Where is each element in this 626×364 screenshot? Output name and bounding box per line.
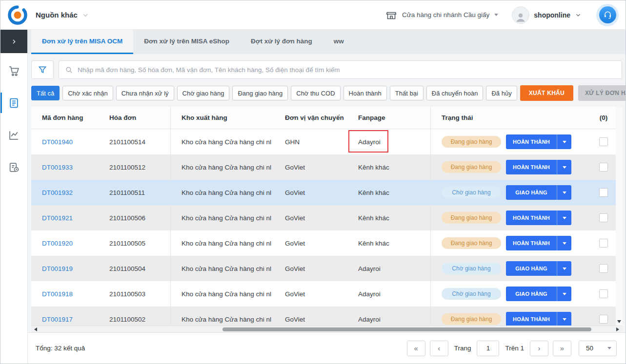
filter-chip[interactable]: Đã chuyển hoàn <box>426 86 484 100</box>
tab[interactable]: Đơn xử lý trên MISA eShop <box>133 30 240 54</box>
batch-process-label: XỬ LÝ ĐƠN HÀNG LOẠT <box>585 90 626 96</box>
row-checkbox[interactable] <box>599 137 608 146</box>
order-action-caret[interactable] <box>557 211 571 225</box>
batch-process-button[interactable]: XỬ LÝ ĐƠN HÀNG LOẠT <box>578 85 626 101</box>
order-code-link[interactable]: DT001917 <box>42 316 73 323</box>
order-code-link[interactable]: DT001920 <box>42 240 73 247</box>
row-checkbox[interactable] <box>599 163 608 172</box>
pagination: « ‹ Trang Trên 1 › » 50 <box>407 341 617 356</box>
chevron-down-icon <box>563 242 566 245</box>
order-action-caret[interactable] <box>557 185 571 200</box>
filter-chip[interactable]: Chưa nhận xử lý <box>116 86 174 100</box>
filter-chip-label: Chưa nhận xử lý <box>121 90 169 97</box>
app-logo[interactable] <box>6 4 29 26</box>
horizontal-scrollbar[interactable] <box>31 326 622 332</box>
support-button[interactable] <box>596 4 619 26</box>
order-action-button[interactable]: HOÀN THÀNH <box>506 211 571 225</box>
filter-chip[interactable]: Chờ xác nhận <box>62 86 113 100</box>
order-code-link[interactable]: DT001933 <box>42 164 73 171</box>
order-action-caret[interactable] <box>557 134 571 149</box>
chevron-down-icon <box>563 293 566 295</box>
first-page-button[interactable]: « <box>407 341 425 356</box>
headset-icon <box>603 10 612 19</box>
order-action-label[interactable]: GIAO HÀNG <box>506 185 557 200</box>
row-checkbox[interactable] <box>599 239 608 248</box>
order-action-label[interactable]: HOÀN THÀNH <box>506 312 557 326</box>
order-code-cell: DT001918 <box>31 281 99 307</box>
fanpage-cell: Kênh khác <box>347 180 430 205</box>
prev-page-button[interactable]: ‹ <box>430 341 448 356</box>
order-action-caret[interactable] <box>557 236 571 250</box>
order-action-label[interactable]: HOÀN THÀNH <box>506 236 557 250</box>
page-number-input[interactable] <box>477 341 499 356</box>
order-action-button[interactable]: HOÀN THÀNH <box>506 236 571 250</box>
tab[interactable]: Đợt xử lý đơn hàng <box>240 30 323 54</box>
next-page-button[interactable]: › <box>530 341 548 356</box>
sidebar-item-history[interactable] <box>0 153 27 182</box>
order-code-link[interactable]: DT001921 <box>42 214 73 222</box>
filter-chip[interactable]: Thất bại <box>390 86 424 100</box>
order-code-link[interactable]: DT001918 <box>42 290 73 298</box>
invoice-cell: 2101100502 <box>99 307 171 326</box>
order-action-button[interactable]: HOÀN THÀNH <box>506 134 571 149</box>
order-action-button[interactable]: GIAO HÀNG <box>506 185 571 200</box>
column-header-status: Trạng thái <box>430 107 591 129</box>
order-code-link[interactable]: DT001940 <box>42 138 73 146</box>
order-action-caret[interactable] <box>557 261 571 276</box>
user-menu[interactable]: shoponline <box>512 6 582 24</box>
row-checkbox[interactable] <box>599 264 608 273</box>
status-cell: Đang giao hàng HOÀN THÀNH <box>430 154 591 180</box>
tab[interactable]: Đơn xử lý trên MISA OCM <box>31 30 133 54</box>
orders-document-icon <box>8 97 20 109</box>
order-action-label[interactable]: GIAO HÀNG <box>506 261 557 276</box>
sidebar-item-reports[interactable] <box>0 120 27 150</box>
order-action-button[interactable]: GIAO HÀNG <box>506 261 571 276</box>
filter-button[interactable] <box>31 60 54 79</box>
filter-chip[interactable]: Chờ thu COD <box>291 86 340 100</box>
carrier-cell: GoViet <box>274 180 347 205</box>
order-action-label[interactable]: HOÀN THÀNH <box>506 160 557 174</box>
filter-chip[interactable]: Tất cả <box>31 86 60 100</box>
row-checkbox[interactable] <box>599 213 608 222</box>
carrier-cell: GoViet <box>274 230 347 256</box>
results-total: Tổng: 32 kết quả <box>36 345 85 352</box>
order-action-caret[interactable] <box>557 160 571 174</box>
order-action-label[interactable]: HOÀN THÀNH <box>506 134 557 149</box>
order-action-button[interactable]: HOÀN THÀNH <box>506 312 571 326</box>
row-checkbox[interactable] <box>599 188 608 197</box>
table-row: DT001921 2101100506 Kho cửa hàng Cửa hàn… <box>31 205 616 230</box>
last-page-button[interactable]: » <box>553 341 571 356</box>
warehouse-cell: Kho cửa hàng Cửa hàng chi nl <box>171 180 274 205</box>
order-code-link[interactable]: DT001932 <box>42 189 73 196</box>
chevron-down-icon <box>563 141 566 143</box>
order-code-cell: DT001932 <box>31 180 99 205</box>
chevron-down-icon <box>563 166 566 169</box>
scroll-left-arrow[interactable] <box>33 326 39 333</box>
filter-chip[interactable]: Hoàn thành <box>343 86 387 100</box>
order-action-label[interactable]: GIAO HÀNG <box>506 287 557 301</box>
scroll-right-arrow[interactable] <box>615 326 621 333</box>
filter-chip[interactable]: Đang giao hàng <box>232 86 288 100</box>
vertical-scrollbar[interactable] <box>616 107 623 326</box>
filter-chip[interactable]: Đã hủy <box>486 86 517 100</box>
row-checkbox[interactable] <box>599 289 608 298</box>
filter-chip[interactable]: Chờ giao hàng <box>177 86 230 100</box>
order-action-label[interactable]: HOÀN THÀNH <box>506 211 557 225</box>
page-size-select[interactable]: 50 <box>579 341 617 356</box>
source-selector[interactable]: Nguồn khác <box>36 11 89 19</box>
search-input[interactable] <box>78 66 616 74</box>
order-code-link[interactable]: DT001919 <box>42 265 73 272</box>
scroll-down-arrow[interactable] <box>616 318 623 326</box>
sidebar-item-sales[interactable] <box>0 56 27 85</box>
export-button[interactable]: XUẤT KHẨU <box>520 85 573 101</box>
order-action-button[interactable]: HOÀN THÀNH <box>506 160 571 174</box>
row-checkbox[interactable] <box>599 315 608 324</box>
sidebar-item-orders[interactable] <box>0 88 27 117</box>
order-action-caret[interactable] <box>557 312 571 326</box>
horizontal-scrollbar-thumb[interactable] <box>222 327 591 331</box>
store-selector[interactable]: Cửa hàng chi nhánh Cầu giấy <box>385 9 498 21</box>
order-action-button[interactable]: GIAO HÀNG <box>506 287 571 301</box>
tab[interactable]: ww <box>323 30 355 54</box>
sidebar-expand-button[interactable] <box>0 30 27 53</box>
order-action-caret[interactable] <box>557 287 571 301</box>
